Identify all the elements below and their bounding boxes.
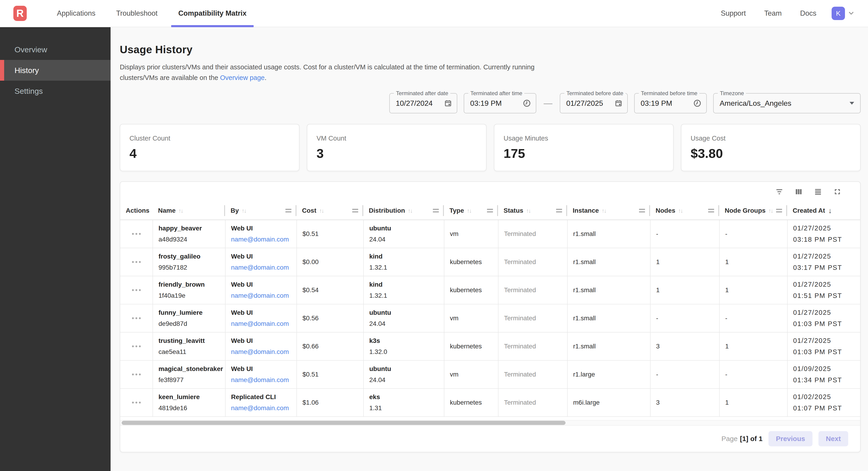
nav-item-applications[interactable]: Applications [46, 0, 106, 27]
row-menu-icon[interactable] [132, 346, 141, 347]
column-menu-icon[interactable] [556, 209, 562, 212]
sort-icon[interactable]: ↑↓ [178, 207, 183, 214]
column-menu-icon[interactable] [352, 209, 358, 212]
table-row[interactable]: friendly_brown 1f40a19e Web UI name@doma… [120, 276, 860, 304]
column-menu-icon[interactable] [708, 209, 714, 212]
email-link[interactable]: name@domain.com [231, 264, 297, 271]
column-header[interactable]: Distribution ↑↓ ↓ [363, 202, 444, 219]
sort-icon[interactable]: ↑↓ [408, 207, 412, 214]
cell-cost: $0.66 [297, 332, 363, 360]
cell-by: Web UI name@domain.com [225, 332, 297, 360]
column-header[interactable]: Created At ↑↓ ↓ [787, 202, 860, 219]
clock-icon[interactable] [693, 99, 702, 108]
column-header[interactable]: Cost ↑↓ ↓ [297, 202, 363, 219]
sort-icon[interactable]: ↑↓ [242, 207, 246, 214]
row-menu-icon[interactable] [132, 289, 141, 291]
scrollbar-thumb[interactable] [122, 421, 565, 425]
sort-icon[interactable]: ↑↓ [319, 207, 323, 214]
table-row[interactable]: happy_beaver a48d9324 Web UI name@domain… [120, 220, 860, 248]
column-header[interactable]: Type ↑↓ ↓ [444, 202, 498, 219]
dropdown-arrow-icon[interactable] [849, 102, 856, 105]
table-row[interactable]: frosty_galileo 995b7182 Web UI name@doma… [120, 248, 860, 276]
density-icon[interactable] [814, 187, 823, 196]
column-header[interactable]: Node Groups ↑↓ ↓ [719, 202, 787, 219]
terminated-after-time-field[interactable]: Terminated after time 03:19 PM [464, 93, 536, 113]
sort-desc-icon[interactable]: ↓ [828, 206, 832, 215]
fullscreen-icon[interactable] [833, 187, 842, 196]
table-row[interactable]: magical_stonebraker fe3f8977 Web UI name… [120, 361, 860, 389]
timezone-select[interactable]: Timezone America/Los_Angeles [713, 93, 861, 113]
table-row[interactable]: trusting_leavitt cae5ea11 Web UI name@do… [120, 332, 860, 361]
table-row[interactable]: keen_lumiere 4819de16 Replicated CLI nam… [120, 389, 860, 417]
nav-item-troubleshoot[interactable]: Troubleshoot [106, 0, 168, 27]
cell-created-at: 01/27/2025 01:51 PM PST [787, 276, 860, 304]
calendar-icon[interactable] [614, 99, 623, 107]
column-header[interactable]: Name ↑↓ ↓ [153, 202, 225, 219]
email-link[interactable]: name@domain.com [231, 348, 297, 356]
column-menu-icon[interactable] [639, 209, 645, 212]
replicated-logo[interactable]: R [13, 6, 27, 21]
horizontal-scrollbar[interactable] [120, 420, 860, 425]
sort-icon[interactable]: ↑↓ [602, 207, 606, 214]
cell-actions[interactable] [120, 389, 153, 416]
avatar[interactable]: K [832, 7, 845, 20]
email-link[interactable]: name@domain.com [231, 292, 297, 299]
chevron-down-icon[interactable] [847, 9, 855, 17]
sidebar-item-settings[interactable]: Settings [0, 81, 111, 101]
terminated-before-time-field[interactable]: Terminated before time 03:19 PM [634, 93, 707, 113]
email-link[interactable]: name@domain.com [231, 236, 297, 243]
column-header[interactable]: Status ↑↓ ↓ [498, 202, 567, 219]
sidebar-item-overview[interactable]: Overview [0, 39, 111, 60]
cell-status: Terminated [498, 389, 567, 416]
nav-item-docs[interactable]: Docs [791, 9, 826, 18]
cell-actions[interactable] [120, 276, 153, 304]
terminated-after-date-field[interactable]: Terminated after date 10/27/2024 [389, 93, 457, 113]
nav-item-support[interactable]: Support [712, 9, 755, 18]
cell-actions[interactable] [120, 361, 153, 388]
cell-cost: $0.51 [297, 361, 363, 388]
email-link[interactable]: name@domain.com [231, 404, 297, 412]
nav-item-compatibility-matrix[interactable]: Compatibility Matrix [168, 0, 257, 27]
clock-icon[interactable] [523, 99, 531, 108]
sort-icon[interactable]: ↑↓ [526, 207, 530, 214]
email-link[interactable]: name@domain.com [231, 320, 297, 327]
cell-actions[interactable] [120, 332, 153, 360]
page-value: [1] of 1 [740, 435, 763, 442]
field-label: Terminated before time [639, 90, 700, 97]
overview-page-link[interactable]: Overview page [220, 74, 265, 81]
cell-actions[interactable] [120, 220, 153, 248]
row-menu-icon[interactable] [132, 402, 141, 404]
column-header[interactable]: Nodes ↑↓ ↓ [650, 202, 719, 219]
sidebar-item-history[interactable]: History [0, 60, 111, 81]
column-header[interactable]: Actions ↑↓ ↓ [120, 202, 153, 219]
cell-actions[interactable] [120, 304, 153, 332]
columns-icon[interactable] [794, 187, 803, 196]
sort-icon[interactable]: ↑↓ [467, 207, 471, 214]
terminated-before-date-field[interactable]: Terminated before date 01/27/2025 [560, 93, 628, 113]
row-menu-icon[interactable] [132, 261, 141, 263]
usage-history-table-card: Actions ↑↓ ↓ Name ↑↓ ↓ By ↑↓ ↓ Cost ↑↓ ↓… [120, 181, 861, 452]
column-menu-icon[interactable] [285, 209, 291, 212]
row-menu-icon[interactable] [132, 233, 141, 235]
row-menu-icon[interactable] [132, 374, 141, 375]
row-menu-icon[interactable] [132, 317, 141, 319]
cell-actions[interactable] [120, 248, 153, 276]
column-header[interactable]: By ↑↓ ↓ [225, 202, 297, 219]
filter-icon[interactable] [775, 187, 784, 196]
previous-button[interactable]: Previous [769, 431, 812, 446]
email-link[interactable]: name@domain.com [231, 376, 297, 384]
calendar-icon[interactable] [444, 99, 452, 107]
sort-icon[interactable]: ↑↓ [768, 207, 773, 214]
cell-distribution: ubuntu 24.04 [363, 304, 444, 332]
cell-nodes: 1 [650, 276, 719, 304]
nav-item-team[interactable]: Team [755, 9, 791, 18]
cell-created-at: 01/09/2025 01:34 PM PST [787, 361, 860, 388]
next-button[interactable]: Next [818, 431, 848, 446]
column-menu-icon[interactable] [776, 209, 782, 212]
column-header[interactable]: Instance ↑↓ ↓ [567, 202, 650, 219]
column-menu-icon[interactable] [433, 209, 439, 212]
table-row[interactable]: funny_lumiere de9ed87d Web UI name@domai… [120, 304, 860, 332]
column-menu-icon[interactable] [487, 209, 493, 212]
sort-icon[interactable]: ↑↓ [678, 207, 683, 214]
cell-nodes: - [650, 361, 719, 388]
